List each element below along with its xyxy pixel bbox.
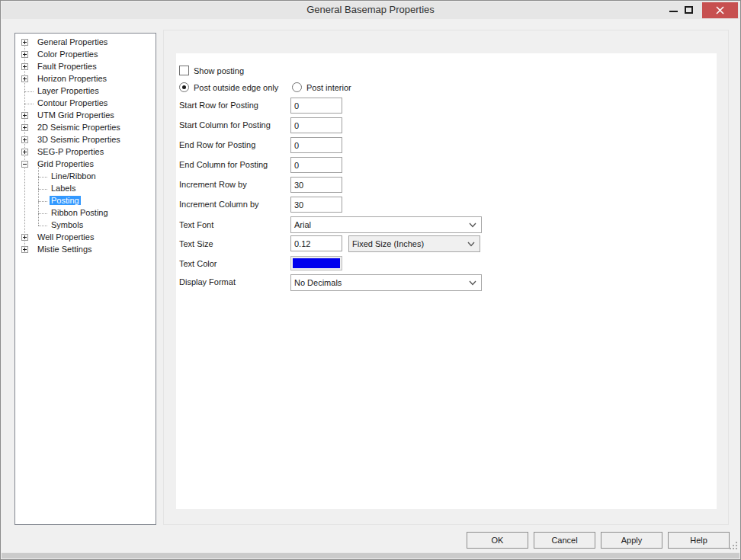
- tree-item-label: Color Properties: [36, 50, 99, 59]
- tree-item-2d-seismic-properties[interactable]: 2D Seismic Properties: [15, 122, 156, 134]
- tree-item-line-ribbon[interactable]: Line/Ribbon: [15, 171, 156, 183]
- tree-item-label: Contour Properties: [36, 98, 109, 107]
- increment-row-label: Increment Row by: [179, 180, 247, 189]
- chevron-down-icon: [469, 222, 476, 228]
- tree-item-contour-properties[interactable]: Contour Properties: [15, 98, 156, 110]
- tree-item-label: Mistie Settings: [36, 245, 94, 254]
- properties-tree-panel: General Properties Color Properties Faul…: [14, 33, 156, 525]
- tree-item-mistie-settings[interactable]: Mistie Settings: [15, 244, 156, 256]
- expand-icon[interactable]: [21, 124, 28, 131]
- text-font-dropdown[interactable]: Arial: [290, 216, 482, 233]
- text-size-unit-dropdown[interactable]: Fixed Size (Inches): [348, 235, 480, 252]
- text-font-value: Arial: [294, 220, 311, 229]
- increment-column-label: Increment Column by: [179, 200, 259, 209]
- end-column-input[interactable]: [290, 157, 342, 173]
- tree-item-symbols[interactable]: Symbols: [15, 219, 156, 232]
- end-column-label: End Column for Posting: [179, 160, 268, 169]
- post-outside-edge-radio[interactable]: [179, 82, 189, 92]
- expand-icon[interactable]: [21, 234, 28, 241]
- tree-item-fault-properties[interactable]: Fault Properties: [15, 61, 156, 73]
- tree-item-3d-seismic-properties[interactable]: 3D Seismic Properties: [15, 134, 156, 146]
- posting-form: Show posting Post outside edge only Post…: [176, 53, 717, 509]
- tree-stub-line: [38, 213, 47, 214]
- chevron-down-icon: [467, 242, 475, 247]
- properties-tree: General Properties Color Properties Faul…: [15, 34, 156, 256]
- window-bottom-frame: [2, 552, 739, 558]
- tree-item-well-properties[interactable]: Well Properties: [15, 232, 156, 244]
- tree-item-label: Well Properties: [36, 232, 95, 242]
- post-interior-radio[interactable]: [292, 82, 302, 92]
- tree-item-label: 3D Seismic Properties: [36, 135, 122, 144]
- text-size-label: Text Size: [179, 239, 213, 248]
- start-column-input[interactable]: [290, 117, 342, 133]
- help-button[interactable]: Help: [668, 532, 730, 549]
- expand-icon[interactable]: [21, 149, 28, 155]
- tree-item-utm-grid-properties[interactable]: UTM Grid Properties: [15, 110, 156, 122]
- tree-item-label: Ribbon Posting: [50, 208, 110, 217]
- close-button[interactable]: [702, 2, 738, 18]
- tree-item-label: Layer Properties: [36, 86, 101, 95]
- tree-item-ribbon-posting[interactable]: Ribbon Posting: [15, 207, 156, 219]
- text-font-label: Text Font: [179, 220, 213, 229]
- post-interior-label: Post interior: [306, 83, 351, 92]
- expand-icon[interactable]: [21, 112, 28, 119]
- settings-panel: Show posting Post outside edge only Post…: [163, 30, 729, 525]
- text-size-unit-value: Fixed Size (Inches): [352, 239, 424, 248]
- chevron-down-icon: [469, 280, 476, 286]
- expand-icon[interactable]: [21, 75, 28, 82]
- tree-item-label-selected: Posting: [50, 196, 81, 205]
- tree-stub-line: [24, 91, 34, 92]
- tree-item-label: Grid Properties: [36, 159, 95, 168]
- dialog-window: General Basemap Properties General Prope…: [0, 0, 741, 560]
- resize-grip[interactable]: [730, 542, 731, 543]
- increment-row-input[interactable]: [290, 177, 342, 193]
- expand-icon[interactable]: [21, 246, 28, 253]
- expand-icon[interactable]: [21, 39, 28, 46]
- tree-item-segp-properties[interactable]: SEG-P Properties: [15, 146, 156, 158]
- tree-item-horizon-properties[interactable]: Horizon Properties: [15, 73, 156, 85]
- tree-item-labels[interactable]: Labels: [15, 183, 156, 195]
- apply-button[interactable]: Apply: [601, 532, 662, 549]
- expand-icon[interactable]: [21, 51, 28, 58]
- maximize-icon[interactable]: [685, 6, 693, 14]
- tree-item-label: SEG-P Properties: [36, 147, 105, 156]
- end-row-input[interactable]: [290, 137, 342, 153]
- tree-item-label: Labels: [50, 184, 77, 193]
- tree-item-posting[interactable]: Posting: [15, 195, 156, 207]
- tree-item-general-properties[interactable]: General Properties: [15, 37, 156, 49]
- expand-icon[interactable]: [21, 136, 28, 143]
- tree-item-layer-properties[interactable]: Layer Properties: [15, 85, 156, 98]
- display-format-dropdown[interactable]: No Decimals: [290, 274, 482, 291]
- tree-item-label: General Properties: [36, 37, 109, 46]
- text-color-swatch: [293, 258, 340, 268]
- tree-stub-line: [38, 177, 47, 178]
- text-size-input[interactable]: [290, 235, 342, 251]
- display-format-label: Display Format: [179, 277, 236, 286]
- end-row-label: End Row for Posting: [179, 140, 255, 149]
- tree-item-grid-properties[interactable]: Grid Properties: [15, 158, 156, 171]
- collapse-icon[interactable]: [21, 161, 28, 168]
- show-posting-checkbox[interactable]: [179, 66, 189, 75]
- show-posting-label: Show posting: [194, 66, 244, 75]
- ok-button[interactable]: OK: [467, 532, 528, 549]
- tree-stub-line: [38, 189, 47, 190]
- text-color-label: Text Color: [179, 259, 217, 268]
- expand-icon[interactable]: [21, 63, 28, 70]
- start-column-label: Start Column for Posting: [179, 120, 271, 130]
- start-row-label: Start Row for Posting: [179, 101, 258, 110]
- title-bar[interactable]: General Basemap Properties: [2, 2, 739, 19]
- display-format-value: No Decimals: [294, 278, 342, 287]
- text-color-button[interactable]: [290, 256, 342, 270]
- tree-item-label: Fault Properties: [36, 62, 98, 71]
- minimize-icon[interactable]: [669, 11, 678, 12]
- cancel-button[interactable]: Cancel: [534, 532, 595, 549]
- window-title: General Basemap Properties: [2, 4, 739, 15]
- tree-item-label: Symbols: [50, 220, 85, 229]
- tree-item-label: 2D Seismic Properties: [36, 123, 122, 132]
- tree-item-color-properties[interactable]: Color Properties: [15, 49, 156, 61]
- close-icon: [716, 6, 724, 14]
- tree-item-label: Horizon Properties: [36, 74, 108, 83]
- start-row-input[interactable]: [290, 98, 342, 114]
- increment-column-input[interactable]: [290, 197, 342, 213]
- tree-stub-line: [38, 201, 47, 202]
